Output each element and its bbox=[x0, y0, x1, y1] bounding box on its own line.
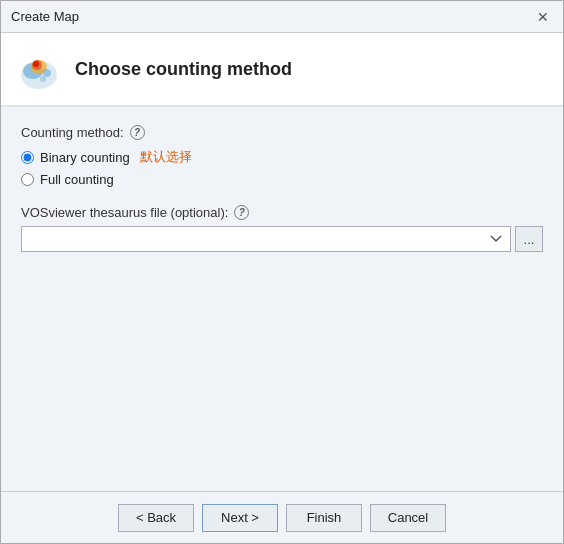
back-button[interactable]: < Back bbox=[118, 504, 194, 532]
full-counting-radio[interactable] bbox=[21, 173, 34, 186]
thesaurus-input-row: ... bbox=[21, 226, 543, 252]
thesaurus-label: VOSviewer thesaurus file (optional): ? bbox=[21, 205, 543, 220]
next-button[interactable]: Next > bbox=[202, 504, 278, 532]
close-button[interactable]: ✕ bbox=[533, 7, 553, 27]
header-icon bbox=[17, 47, 61, 91]
binary-counting-label[interactable]: Binary counting bbox=[40, 150, 130, 165]
header-section: Choose counting method bbox=[1, 33, 563, 107]
browse-button[interactable]: ... bbox=[515, 226, 543, 252]
thesaurus-file-select[interactable] bbox=[21, 226, 511, 252]
footer: < Back Next > Finish Cancel bbox=[1, 491, 563, 543]
radio-group: Binary counting 默认选择 Full counting bbox=[21, 148, 543, 187]
header-title: Choose counting method bbox=[75, 59, 292, 80]
svg-point-6 bbox=[40, 76, 46, 82]
svg-point-4 bbox=[33, 61, 39, 67]
binary-counting-row: Binary counting 默认选择 bbox=[21, 148, 543, 166]
dialog-title: Create Map bbox=[11, 9, 79, 24]
finish-button[interactable]: Finish bbox=[286, 504, 362, 532]
counting-method-label: Counting method: ? bbox=[21, 125, 543, 140]
full-counting-row: Full counting bbox=[21, 172, 543, 187]
binary-counting-radio[interactable] bbox=[21, 151, 34, 164]
content-area: Counting method: ? Binary counting 默认选择 … bbox=[1, 107, 563, 491]
thesaurus-help-icon[interactable]: ? bbox=[234, 205, 249, 220]
cancel-button[interactable]: Cancel bbox=[370, 504, 446, 532]
thesaurus-section: VOSviewer thesaurus file (optional): ? .… bbox=[21, 205, 543, 252]
title-bar: Create Map ✕ bbox=[1, 1, 563, 33]
dialog: Create Map ✕ Choose counting method Coun… bbox=[0, 0, 564, 544]
binary-default-label: 默认选择 bbox=[140, 148, 192, 166]
svg-point-5 bbox=[43, 69, 51, 77]
counting-method-help-icon[interactable]: ? bbox=[130, 125, 145, 140]
full-counting-label[interactable]: Full counting bbox=[40, 172, 114, 187]
